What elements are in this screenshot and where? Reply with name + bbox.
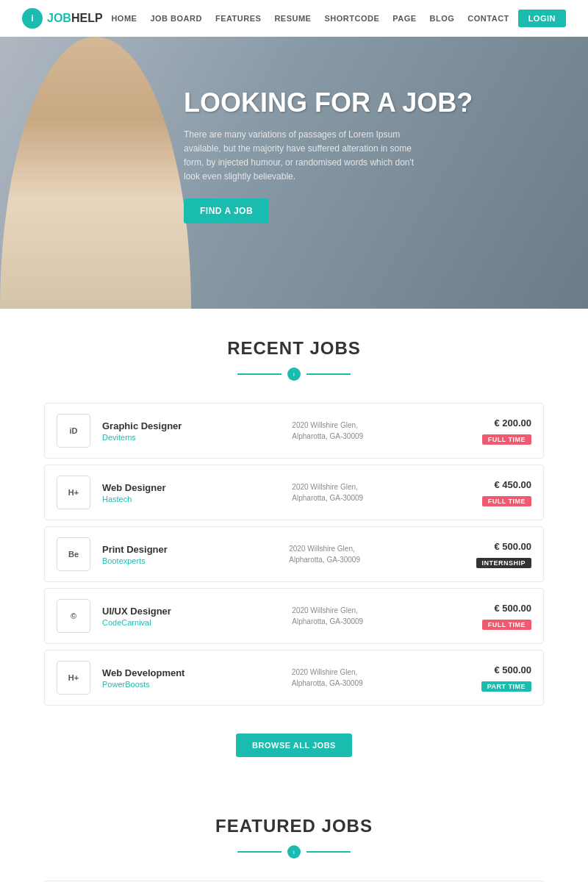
- job-address: 2020 Willshire Glen,Alpharotta, GA-30009: [292, 420, 470, 442]
- job-badge: FULL TIME: [482, 620, 531, 630]
- job-info: Graphic Designer Devitems: [102, 420, 280, 442]
- job-badge: INTERNSHIP: [476, 558, 532, 568]
- login-button[interactable]: LOGIN: [518, 10, 566, 27]
- job-company: CodeCarnival: [102, 618, 280, 627]
- table-row[interactable]: H+ Web Development PowerBoosts 2020 Will…: [44, 650, 544, 706]
- job-badge: PART TIME: [481, 681, 531, 692]
- nav-link[interactable]: PAGE: [392, 14, 416, 23]
- browse-all-button[interactable]: BROWSE ALL JOBS: [236, 734, 352, 757]
- nav-link[interactable]: FEATURES: [215, 14, 261, 23]
- job-title: UI/UX Designer: [102, 606, 280, 617]
- job-address: 2020 Willshire Glen,Alpharotta, GA-30009: [292, 605, 470, 627]
- job-company: PowerBoosts: [102, 680, 280, 689]
- job-address: 2020 Willshire Glen,Alpharotta, GA-30009: [289, 543, 464, 565]
- navbar: i JOBHELP HOMEJOB BOARDFEATURESRESUMESHO…: [0, 0, 588, 37]
- section-icon: i: [287, 845, 301, 858]
- company-logo: Be: [57, 537, 90, 571]
- recent-jobs-section: RECENT JOBS i iD Graphic Designer Devite…: [0, 309, 588, 786]
- job-location: 2020 Willshire Glen,Alpharotta, GA-30009: [292, 667, 470, 689]
- nav-link[interactable]: BLOG: [430, 14, 455, 23]
- job-badge: FULL TIME: [482, 434, 531, 445]
- company-logo: H+: [57, 661, 90, 695]
- nav-link[interactable]: CONTACT: [467, 14, 509, 23]
- job-info: Web Development PowerBoosts: [102, 667, 280, 689]
- recent-jobs-title: RECENT JOBS: [0, 338, 588, 359]
- section-icon: i: [287, 368, 301, 381]
- job-right: € 500.00 INTERNSHIP: [476, 541, 532, 568]
- nav-links: HOMEJOB BOARDFEATURESRESUMESHORTCODEPAGE…: [111, 14, 509, 23]
- nav-link[interactable]: JOB BOARD: [150, 14, 202, 23]
- company-logo: iD: [57, 414, 90, 448]
- nav-link[interactable]: RESUME: [274, 14, 311, 23]
- recent-jobs-divider: i: [0, 368, 588, 381]
- divider-line-left: [237, 373, 282, 375]
- table-row[interactable]: Be Print Designer Bootexperts 2020 Wills…: [44, 526, 544, 582]
- featured-jobs-divider: i: [0, 845, 588, 858]
- job-salary: € 500.00: [481, 664, 531, 675]
- featured-jobs-section: FEATURED JOBS i iD Graphic Designer Devi…: [0, 786, 588, 882]
- divider-line-right: [306, 851, 351, 853]
- divider-line-right: [306, 373, 351, 375]
- job-location: 2020 Willshire Glen,Alpharotta, GA-30009: [292, 481, 470, 503]
- hero-content: LOOKING FOR A JOB? There are many variat…: [184, 88, 559, 223]
- job-right: € 200.00 FULL TIME: [482, 417, 531, 445]
- job-salary: € 450.00: [482, 479, 531, 490]
- job-salary: € 500.00: [476, 541, 532, 552]
- company-logo: ©: [57, 599, 90, 633]
- job-right: € 500.00 FULL TIME: [482, 603, 531, 630]
- job-address: 2020 Willshire Glen,Alpharotta, GA-30009: [292, 667, 470, 689]
- table-row[interactable]: iD Graphic Designer Devitems 2020 Willsh…: [44, 403, 544, 459]
- job-info: UI/UX Designer CodeCarnival: [102, 606, 280, 627]
- featured-jobs-header: FEATURED JOBS i: [0, 786, 588, 881]
- logo-text: JOBHELP: [47, 12, 103, 25]
- job-badge: FULL TIME: [482, 496, 531, 506]
- divider-line-left: [237, 851, 282, 853]
- job-info: Web Designer Hastech: [102, 482, 280, 503]
- hero-title: LOOKING FOR A JOB?: [184, 88, 559, 118]
- nav-link[interactable]: HOME: [111, 14, 137, 23]
- company-logo: H+: [57, 476, 90, 509]
- job-title: Web Designer: [102, 482, 280, 493]
- job-salary: € 500.00: [482, 603, 531, 614]
- find-job-button[interactable]: FIND A JOB: [184, 198, 269, 223]
- hero-section: LOOKING FOR A JOB? There are many variat…: [0, 37, 588, 309]
- featured-jobs-title: FEATURED JOBS: [0, 816, 588, 836]
- recent-jobs-list: iD Graphic Designer Devitems 2020 Willsh…: [0, 403, 588, 719]
- recent-jobs-header: RECENT JOBS i: [0, 309, 588, 403]
- nav-link[interactable]: SHORTCODE: [324, 14, 379, 23]
- job-right: € 450.00 FULL TIME: [482, 479, 531, 506]
- job-location: 2020 Willshire Glen,Alpharotta, GA-30009: [292, 605, 470, 627]
- job-company: Devitems: [102, 433, 280, 442]
- job-company: Hastech: [102, 495, 280, 503]
- hero-subtitle: There are many variations of passages of…: [184, 128, 419, 184]
- job-location: 2020 Willshire Glen,Alpharotta, GA-30009: [289, 543, 464, 565]
- job-right: € 500.00 PART TIME: [481, 664, 531, 692]
- job-title: Graphic Designer: [102, 420, 280, 431]
- job-title: Web Development: [102, 667, 280, 678]
- logo[interactable]: i JOBHELP: [22, 8, 103, 29]
- job-company: Bootexperts: [102, 556, 277, 565]
- job-title: Print Designer: [102, 544, 277, 555]
- job-location: 2020 Willshire Glen,Alpharotta, GA-30009: [292, 420, 470, 442]
- table-row[interactable]: H+ Web Designer Hastech 2020 Willshire G…: [44, 465, 544, 520]
- browse-center: BROWSE ALL JOBS: [0, 719, 588, 786]
- logo-icon: i: [22, 8, 43, 29]
- job-address: 2020 Willshire Glen,Alpharotta, GA-30009: [292, 481, 470, 503]
- table-row[interactable]: © UI/UX Designer CodeCarnival 2020 Wills…: [44, 588, 544, 644]
- job-info: Print Designer Bootexperts: [102, 544, 277, 565]
- job-salary: € 200.00: [482, 417, 531, 429]
